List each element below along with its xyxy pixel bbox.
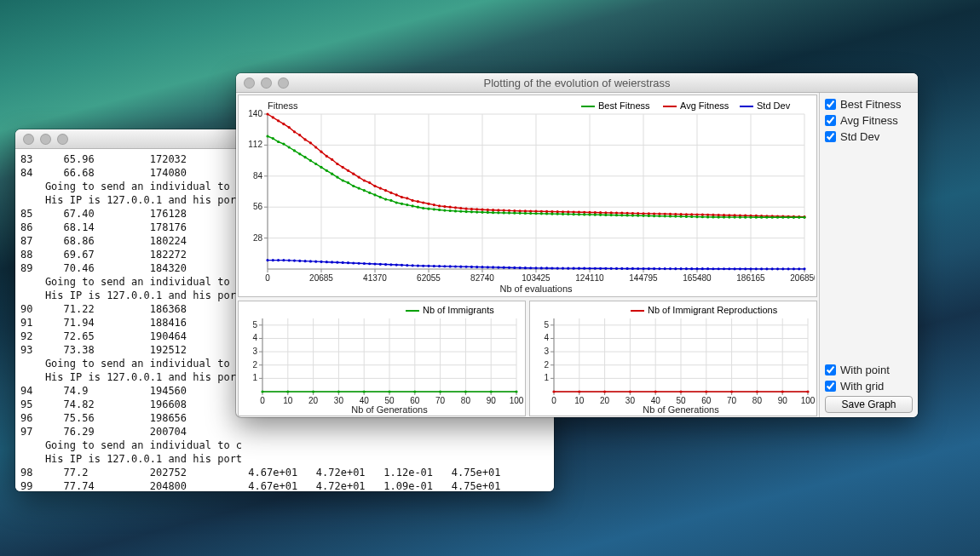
svg-point-347: [733, 267, 735, 270]
svg-point-480: [552, 390, 555, 393]
svg-point-345: [723, 267, 725, 270]
svg-point-235: [674, 215, 677, 218]
svg-point-305: [508, 267, 510, 269]
svg-point-356: [781, 267, 784, 270]
plot-title: Plotting of the evolution of weierstrass: [236, 77, 918, 89]
svg-point-59: [272, 116, 274, 118]
checkbox-with-grid[interactable]: With grid: [825, 380, 913, 393]
svg-text:103425: 103425: [522, 273, 551, 283]
svg-point-354: [771, 267, 774, 270]
minimize-icon[interactable]: [261, 77, 272, 89]
svg-point-271: [326, 261, 328, 263]
svg-point-270: [320, 261, 322, 263]
svg-point-284: [395, 263, 398, 266]
svg-point-303: [497, 266, 499, 268]
svg-point-214: [562, 213, 564, 215]
svg-point-485: [679, 390, 682, 393]
svg-text:2: 2: [544, 360, 549, 370]
svg-point-195: [459, 210, 462, 213]
svg-text:Std Dev: Std Dev: [757, 100, 791, 111]
svg-point-415: [261, 390, 263, 393]
svg-point-320: [588, 267, 591, 270]
svg-point-206: [518, 212, 521, 215]
checkbox-std-dev[interactable]: Std Dev: [825, 130, 913, 143]
svg-point-76: [363, 179, 366, 181]
svg-point-224: [615, 214, 618, 216]
plot-window[interactable]: Plotting of the evolution of weierstrass…: [236, 73, 918, 417]
svg-text:Avg Fitness: Avg Fitness: [680, 100, 729, 111]
svg-point-255: [781, 216, 784, 219]
svg-text:84: 84: [253, 171, 263, 181]
svg-point-67: [314, 146, 317, 148]
svg-point-187: [417, 206, 419, 209]
checkbox-with-point[interactable]: With point: [825, 364, 913, 376]
svg-point-61: [282, 123, 285, 125]
svg-point-301: [487, 266, 489, 268]
svg-point-262: [277, 259, 280, 261]
svg-point-317: [572, 267, 574, 270]
svg-point-244: [723, 215, 725, 218]
svg-point-166: [303, 156, 306, 158]
svg-point-281: [379, 263, 382, 266]
svg-point-173: [342, 179, 344, 181]
svg-point-171: [331, 173, 333, 175]
svg-text:2: 2: [252, 360, 257, 370]
svg-point-164: [293, 149, 296, 152]
svg-point-86: [417, 200, 419, 203]
svg-point-228: [637, 215, 639, 217]
svg-point-99: [487, 209, 489, 211]
svg-point-333: [658, 267, 660, 270]
svg-point-95: [464, 208, 467, 210]
svg-text:144795: 144795: [629, 273, 658, 283]
plot-titlebar[interactable]: Plotting of the evolution of weierstrass: [236, 73, 918, 93]
svg-point-98: [481, 209, 483, 211]
svg-point-343: [712, 267, 714, 270]
svg-point-422: [439, 390, 441, 393]
checkbox-best-fitness[interactable]: Best Fitness: [825, 98, 913, 111]
svg-point-269: [314, 261, 317, 263]
svg-point-357: [787, 267, 789, 270]
svg-point-220: [594, 214, 597, 216]
svg-text:30: 30: [334, 396, 344, 405]
minimize-icon[interactable]: [40, 134, 51, 145]
svg-point-259: [803, 216, 805, 219]
svg-point-222: [604, 214, 607, 216]
svg-point-203: [503, 211, 505, 214]
svg-point-274: [342, 261, 344, 264]
svg-point-198: [476, 210, 478, 213]
svg-point-199: [481, 211, 483, 214]
close-icon[interactable]: [244, 77, 255, 89]
svg-point-165: [298, 152, 301, 155]
svg-point-177: [363, 189, 366, 192]
svg-point-93: [454, 206, 457, 209]
svg-point-310: [534, 267, 537, 269]
svg-point-89: [433, 203, 435, 206]
svg-point-239: [695, 215, 698, 218]
svg-point-90: [438, 204, 441, 207]
svg-point-64: [298, 134, 301, 136]
svg-text:4: 4: [252, 333, 257, 342]
svg-point-184: [401, 203, 403, 205]
svg-point-186: [411, 204, 413, 207]
svg-point-223: [610, 214, 613, 216]
svg-text:5: 5: [252, 320, 257, 330]
svg-point-489: [781, 390, 784, 393]
svg-point-481: [578, 390, 580, 393]
zoom-icon[interactable]: [278, 77, 289, 89]
svg-text:1: 1: [544, 373, 549, 382]
save-graph-button[interactable]: Save Graph: [825, 396, 913, 413]
svg-point-196: [464, 210, 467, 213]
svg-text:5: 5: [544, 320, 549, 330]
svg-text:10: 10: [574, 396, 585, 405]
svg-point-316: [567, 267, 569, 270]
svg-point-197: [470, 210, 473, 213]
checkbox-avg-fitness[interactable]: Avg Fitness: [825, 114, 913, 127]
zoom-icon[interactable]: [57, 134, 68, 145]
svg-point-419: [363, 390, 366, 393]
svg-point-273: [336, 261, 338, 264]
svg-point-72: [342, 166, 344, 169]
svg-point-215: [567, 213, 569, 215]
svg-point-221: [599, 214, 602, 216]
svg-point-268: [309, 260, 312, 262]
close-icon[interactable]: [23, 134, 34, 145]
